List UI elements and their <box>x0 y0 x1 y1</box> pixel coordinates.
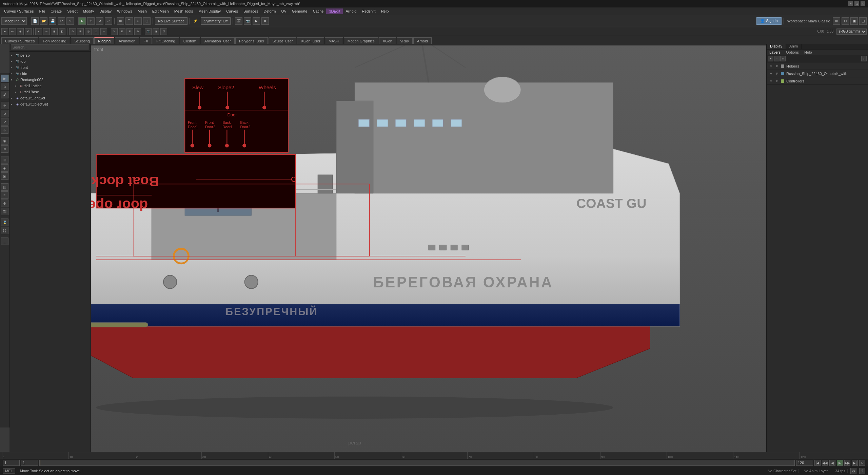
rotate-tool-btn[interactable]: ↺ <box>96 17 103 25</box>
ipr-btn[interactable]: 📷 <box>244 17 251 25</box>
paint-select-btn[interactable]: 🖌 <box>25 28 32 35</box>
select-mode-hier[interactable]: ⊷ <box>9 28 16 35</box>
menu-display[interactable]: Display <box>97 8 114 14</box>
view-fit-btn[interactable]: ⊡ <box>160 28 167 35</box>
transform-tool-icon[interactable]: ⊹ <box>1 126 8 134</box>
menu-windows[interactable]: Windows <box>114 8 135 14</box>
isolate-sel-btn[interactable]: ◉ <box>153 28 159 35</box>
vert-sel-btn[interactable]: • <box>35 28 42 35</box>
marquee-btn[interactable]: ⊞ <box>77 28 84 35</box>
props-sub-help[interactable]: Help <box>802 50 815 55</box>
play-back-btn[interactable]: ◀ <box>829 460 835 466</box>
tab-arnold[interactable]: Arnold <box>413 37 432 44</box>
tree-item-rectangle[interactable]: ▾ ⬡ Rectangle002 <box>9 77 91 83</box>
select-tool-btn[interactable]: ▶ <box>78 17 86 25</box>
menu-select[interactable]: Select <box>64 8 80 14</box>
tab-curves-surfaces[interactable]: Curves / Surfaces <box>1 37 38 44</box>
tab-xgen-user[interactable]: XGen_User <box>297 37 324 44</box>
scale-tool-icon[interactable]: ⤢ <box>1 118 8 126</box>
menu-generate[interactable]: Generate <box>289 8 310 14</box>
move-tool-btn[interactable]: ✛ <box>87 17 95 25</box>
select-mode-comp[interactable]: ◈ <box>17 28 24 35</box>
frame-end-field[interactable] <box>796 460 813 466</box>
menu-edit-mesh[interactable]: Edit Mesh <box>150 8 172 14</box>
open-scene-btn[interactable]: 📂 <box>40 17 47 25</box>
script-editor-icon[interactable]: { } <box>1 227 8 234</box>
uv-sel-btn[interactable]: ◧ <box>59 28 65 35</box>
maximize-btn[interactable]: □ <box>854 1 859 6</box>
scale-tool-btn[interactable]: ⤢ <box>105 17 112 25</box>
step-back-btn[interactable]: ◀◀ <box>822 460 828 466</box>
symmetry-btn[interactable]: ⊨ <box>100 28 107 35</box>
menu-help[interactable]: Help <box>378 8 392 14</box>
menu-modify[interactable]: Modify <box>80 8 97 14</box>
tweak-btn[interactable]: ⊿ <box>93 28 99 35</box>
tab-animation[interactable]: Animation <box>115 37 139 44</box>
menu-3dedit[interactable]: 3DEdit <box>326 8 343 14</box>
tree-item-front[interactable]: ▸ 📷 front <box>9 64 91 71</box>
step-fwd-btn[interactable]: ▶▶ <box>844 460 850 466</box>
mode-dropdown[interactable]: Modeling <box>1 17 27 25</box>
layout-btn-4[interactable]: ◫ <box>859 17 867 25</box>
tab-mash[interactable]: MASH <box>325 37 343 44</box>
tree-item-lattice1[interactable]: ▸ ⊞ ffd1Lattice <box>9 83 91 89</box>
tab-motion-graphics[interactable]: Motion Graphics <box>344 37 378 44</box>
menu-uv[interactable]: UV <box>279 8 289 14</box>
render-view-icon[interactable]: 🎬 <box>1 208 8 215</box>
menu-file[interactable]: File <box>36 8 48 14</box>
lasso-tool-icon[interactable]: ⊙ <box>1 83 8 90</box>
tab-poly-modeling[interactable]: Poly Modeling <box>39 37 70 44</box>
snap-point-btn[interactable]: ⊕ <box>134 17 142 25</box>
menu-arnold[interactable]: Arnold <box>343 8 359 14</box>
isolate-icon[interactable]: ◈ <box>1 164 8 172</box>
tab-sculpting[interactable]: Sculpting <box>71 37 94 44</box>
menu-curves-surfaces[interactable]: Curves / Surfaces <box>1 8 36 14</box>
layer-sort-btn[interactable]: ↕ <box>861 56 867 61</box>
layout-btn-3[interactable]: ▣ <box>850 17 858 25</box>
snap-face-btn[interactable]: F <box>126 28 133 35</box>
move-tool-icon[interactable]: ✛ <box>1 102 8 109</box>
command-line-icon[interactable]: _ <box>1 238 8 245</box>
layer-ref-ctrl[interactable]: P <box>775 79 780 83</box>
loop-btn[interactable]: ↻ <box>859 460 865 466</box>
outliner-search-input[interactable] <box>11 44 89 50</box>
layer-vis-ship[interactable]: V <box>769 71 773 76</box>
layer-ref-helpers[interactable]: P <box>775 64 780 69</box>
paint-tool-icon[interactable]: 🖌 <box>1 91 8 98</box>
menu-cache[interactable]: Cache <box>310 8 327 14</box>
playblast-btn[interactable]: ▶ <box>253 17 260 25</box>
snap-all-btn[interactable]: ⊕ <box>134 28 141 35</box>
tree-item-top[interactable]: ▸ 📷 top <box>9 58 91 64</box>
menu-mesh[interactable]: Mesh <box>135 8 150 14</box>
attr-editor-icon[interactable]: ≡ <box>1 191 8 199</box>
menu-curves[interactable]: Curves <box>223 8 241 14</box>
layout-btn-1[interactable]: ⊞ <box>833 17 840 25</box>
layer-vis-ctrl[interactable]: V <box>769 79 773 83</box>
help-btn[interactable]: ? <box>859 468 865 474</box>
mel-python-toggle[interactable]: MEL <box>3 468 15 474</box>
tree-item-persp[interactable]: ▸ 📷 persp <box>9 52 91 58</box>
soft-sel-left-icon[interactable]: ◉ <box>1 137 8 145</box>
tab-vray[interactable]: vRay <box>397 37 413 44</box>
layer-ref-ship[interactable]: P <box>775 71 780 76</box>
channel-box-icon[interactable]: ▤ <box>1 183 8 191</box>
no-live-surface-btn[interactable]: No Live Surface <box>155 17 188 25</box>
snap-edge-btn[interactable]: E <box>119 28 125 35</box>
rotate-tool-icon[interactable]: ↺ <box>1 110 8 117</box>
tab-custom[interactable]: Custom <box>180 37 200 44</box>
tab-sculpt-user[interactable]: Sculpt_User <box>269 37 296 44</box>
quick-layout-icon[interactable]: ▣ <box>1 172 8 180</box>
current-frame-field[interactable] <box>21 460 38 466</box>
tab-rigging[interactable]: Rigging <box>94 37 114 44</box>
go-start-btn[interactable]: |◀ <box>814 460 821 466</box>
new-scene-btn[interactable]: 📄 <box>31 17 39 25</box>
tree-item-objectset[interactable]: ▸ ◈ defaultObjectSet <box>9 101 91 107</box>
save-scene-btn[interactable]: 💾 <box>49 17 56 25</box>
sign-in-btn[interactable]: 👤 Sign In <box>756 17 781 25</box>
grid-display-icon[interactable]: ⊞ <box>1 156 8 164</box>
symmetry-off-btn[interactable]: Symmetry: Off <box>201 17 231 25</box>
edge-sel-btn[interactable]: ─ <box>43 28 50 35</box>
menu-redshift[interactable]: Redshift <box>359 8 378 14</box>
render-btn[interactable]: 🎬 <box>235 17 242 25</box>
snap-vertex-btn[interactable]: V <box>111 28 118 35</box>
